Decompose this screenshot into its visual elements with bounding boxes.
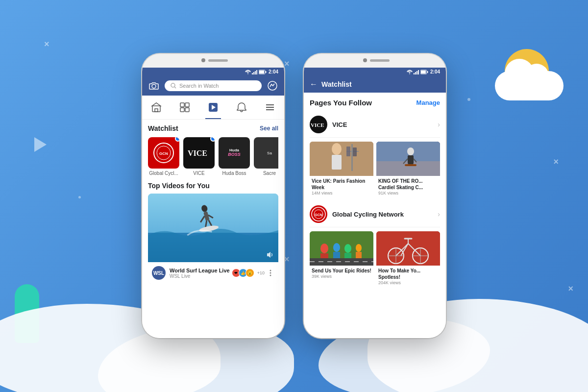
svg-point-7 [152,84,156,88]
wifi-icon [245,70,251,74]
camera-button[interactable] [147,79,161,93]
messenger-button[interactable] [266,79,279,93]
vice-video2-views: 91K views [378,191,438,196]
svg-rect-2 [255,71,256,74]
gcn-video-2[interactable]: How To Make Yo... Spotless! 204K views [376,231,440,287]
svg-point-36 [270,272,271,274]
gcn-video1-info: Send Us Your Epic Rides! 39K views [310,266,373,281]
status-time-1: 2:04 [269,69,278,74]
svg-point-70 [344,244,351,253]
bike-scene [376,231,440,266]
messenger-icon [268,81,277,91]
phone2-screen: 2:04 ← Watchlist Pages You Follow Manage… [304,68,446,338]
status-bar-1: 2:04 [142,68,284,76]
gcn-logo: GCN [153,142,174,164]
gcn-video-grid: Send Us Your Epic Rides! 39K views [310,231,440,287]
bell-icon [236,102,247,113]
vice-video-grid: Vice UK: Paris Fashion Week 14M views [310,142,440,197]
gcn-page-row[interactable]: GCN Global Cycling Network › [310,201,440,227]
fashion-scene [310,142,373,176]
gcn-thumbnail: GCN [148,137,179,169]
nav-bell[interactable] [234,99,249,115]
vice-video-1[interactable]: Vice UK: Paris Fashion Week 14M views [310,142,373,197]
svg-rect-40 [416,71,417,74]
svg-rect-52 [353,147,357,156]
vice-video-2[interactable]: KING OF THE RO... Cardiel Skating C... 9… [376,142,440,197]
skate-scene [376,142,440,176]
gcn-video1-views: 39K views [312,274,371,279]
cycling-thumb [310,231,373,266]
svg-rect-1 [253,72,254,74]
see-all-button[interactable]: See all [260,125,278,132]
gcn-page-name: Global Cycling Network [332,211,438,218]
vice-page-row[interactable]: VICE VICE › [310,112,440,138]
nav-play[interactable] [205,99,221,115]
featured-video-card[interactable]: WSL World Surf League Live WSL Live ❤ 👍 … [148,194,278,284]
svg-text:VICE: VICE [188,149,207,157]
gcn-video-1[interactable]: Send Us Your Epic Rides! 39K views [310,231,373,287]
watchlist-cards: GCN Global Cycl... VICE VICE [148,137,278,176]
svg-rect-69 [333,252,340,259]
fashion-week-thumb [310,142,373,176]
vice-thumbnail: VICE [183,137,215,169]
svg-point-35 [270,270,271,271]
cloud-sun-decoration [495,71,564,100]
menu-icon [265,102,275,113]
svg-rect-60 [405,164,416,166]
watch-card-huda[interactable]: Huda BOSS Huda Boss [219,137,250,176]
signal-icon-2 [414,70,419,74]
video-title: World Surf League Live [170,268,230,273]
svg-rect-43 [427,71,428,73]
reaction-av3: 😮 [245,269,254,277]
pages-title: Pages You Follow [310,98,372,107]
phone2-top-bar [304,54,446,68]
gcn-video1-title: Send Us Your Epic Rides! [312,268,371,274]
search-input[interactable]: Search in Watch [165,80,262,91]
status-icons-1 [245,70,267,74]
phones-container: 2:04 Search in Watch [142,54,446,338]
nav-grid[interactable] [177,99,193,115]
sacre-thumbnail: Sa [254,137,278,169]
svg-point-37 [270,275,271,276]
nav-home[interactable] [148,99,164,115]
svg-rect-15 [180,108,184,112]
phone1-top-bar [142,54,284,68]
svg-rect-16 [185,108,189,112]
vice-logo-small: VICE [310,121,327,128]
back-button[interactable]: ← [310,80,318,89]
svg-rect-41 [418,70,419,74]
vice-logo: VICE [187,148,211,158]
svg-text:GCN: GCN [159,151,168,156]
huda-thumbnail: Huda BOSS [219,137,250,169]
svg-rect-6 [259,71,264,74]
manage-button[interactable]: Manage [416,99,440,106]
video-reactions: ❤ 👍 😮 +10 [234,269,274,277]
svg-text:VICE: VICE [311,122,324,128]
gcn-chevron: › [438,210,440,218]
top-videos-section: Top Videos for You [142,179,284,287]
more-options-icon[interactable] [267,269,274,277]
video-subtitle: WSL Live [170,273,230,279]
wifi-icon-2 [407,70,413,74]
svg-rect-51 [346,147,350,156]
vice-video1-title: Vice UK: Paris Fashion Week [312,178,371,191]
svg-point-8 [171,83,175,87]
svg-rect-3 [256,70,257,74]
sacre-label: Sacre [263,171,276,176]
camera-dot-2 [363,58,367,62]
volume-svg [267,251,274,258]
nav-menu[interactable] [262,99,278,115]
video-info-left: WSL World Surf League Live WSL Live [152,266,230,280]
svg-point-68 [333,243,340,252]
watchlist-section: Watchlist See all GCN [142,120,284,179]
deco-x4: × [568,284,573,294]
watch-card-gcn[interactable]: GCN Global Cycl... [148,137,179,176]
watch-card-sacre[interactable]: Sa Sacre [254,137,278,176]
svg-rect-76 [376,231,440,266]
speaker-2 [370,59,390,62]
deco-x3: × [553,157,559,167]
svg-point-66 [320,244,328,253]
vice-video2-info: KING OF THE RO... Cardiel Skating C... 9… [376,176,440,197]
watch-card-vice[interactable]: VICE VICE [183,137,215,176]
svg-text:GCN: GCN [315,213,322,217]
